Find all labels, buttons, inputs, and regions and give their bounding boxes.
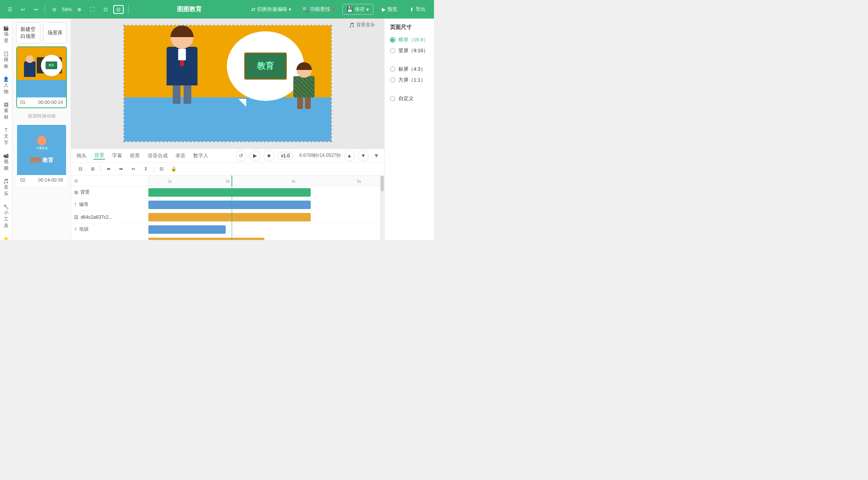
align-right-button[interactable]: ➡ bbox=[116, 164, 126, 174]
tab-lens[interactable]: 镜头 bbox=[76, 152, 87, 159]
export-button[interactable]: ⬆ 导出 bbox=[406, 4, 429, 14]
sidebar-item-template[interactable]: 📋 模板 bbox=[0, 48, 12, 73]
option-portrait[interactable]: 竖屏（9:16） bbox=[390, 47, 429, 54]
add-transition-button[interactable]: 添加转场动画 bbox=[16, 111, 67, 121]
track-img2 bbox=[148, 236, 380, 240]
save-button[interactable]: 💾 保存 ▾ bbox=[342, 4, 373, 15]
timeline-track[interactable]: 2s 3s 4s 5s 6s bbox=[148, 175, 380, 240]
sidebar-item-scene[interactable]: 🎬 场景 bbox=[0, 22, 12, 47]
zoom-out-button[interactable]: ⊖ bbox=[49, 5, 60, 14]
blackboard: 教育 bbox=[244, 53, 287, 80]
active-tool-button[interactable]: ⊟ bbox=[113, 5, 124, 14]
switch-mode-button[interactable]: ⇄ 切换快速编辑 ▾ bbox=[248, 4, 294, 14]
scene-library-button[interactable]: 场景库 bbox=[43, 22, 67, 43]
new-blank-scene-button[interactable]: 新建空白场景 bbox=[16, 22, 40, 43]
option-square[interactable]: 方屏（1:1） bbox=[390, 77, 429, 83]
distribute-v-button[interactable]: ⇕ bbox=[141, 164, 150, 174]
track-bg-block[interactable] bbox=[148, 188, 311, 197]
layer-guide-row[interactable]: T 辅导 bbox=[71, 199, 148, 211]
menu-icon: ☰ bbox=[8, 7, 12, 12]
ungroup-button[interactable]: ⊟ bbox=[157, 164, 166, 174]
reset-button[interactable]: ↺ bbox=[236, 150, 247, 161]
distribute-h-button[interactable]: ⇔ bbox=[129, 164, 138, 174]
time-display: 8.6769秒/14.0527秒 bbox=[300, 152, 341, 159]
sidebar-item-mine[interactable]: ⭐ 我的 bbox=[0, 233, 12, 240]
fit-button[interactable]: ⊡ bbox=[100, 5, 111, 14]
thumb1-bg: 辅导 教育 bbox=[17, 47, 66, 97]
divider-1 bbox=[45, 5, 45, 14]
tab-foreground[interactable]: 前景 bbox=[129, 152, 141, 159]
active-tool-icon: ⊟ bbox=[116, 7, 121, 12]
redo-icon: ↪ bbox=[34, 7, 38, 12]
tab-digital-human[interactable]: 数字人 bbox=[192, 152, 209, 159]
volume-up-icon[interactable]: ▲ bbox=[344, 150, 355, 161]
undo-button[interactable]: ↩ bbox=[18, 5, 28, 14]
video-icon: 📹 bbox=[2, 153, 10, 158]
lock-button[interactable]: 🔒 bbox=[169, 164, 179, 174]
tab-subtitle[interactable]: 字幕 bbox=[111, 152, 123, 159]
preview-button[interactable]: ▶ 预览 bbox=[378, 4, 401, 14]
timeline-vscrollbar[interactable] bbox=[380, 175, 384, 240]
scene-card-2[interactable]: 卡通角色 图图 教育 02 00:14-00:39 bbox=[16, 124, 67, 186]
speed-badge[interactable]: x1.0 bbox=[277, 152, 293, 160]
right-panel: 页面尺寸 横屏（16:9） 竖屏（9:16） 标屏（4:3） 方屏（1:1） bbox=[384, 19, 434, 240]
sidebar-item-text[interactable]: T 文字 bbox=[0, 124, 12, 149]
features-button[interactable]: 🔍 功能查找 bbox=[299, 4, 338, 14]
zoom-in-button[interactable]: ⊕ bbox=[74, 5, 85, 14]
group-tool-button[interactable]: ⊞ bbox=[88, 164, 97, 174]
tab-bg[interactable]: 背景 bbox=[94, 152, 105, 160]
scene-thumbnail-2: 卡通角色 图图 教育 bbox=[17, 125, 66, 175]
layer-img1-row[interactable]: 🖼 d64c2a637c2... bbox=[71, 211, 148, 223]
sidebar-item-material[interactable]: 🖼 素材 bbox=[0, 99, 12, 124]
menu-button[interactable]: ☰ bbox=[5, 5, 15, 14]
filter-tool-button[interactable]: ⊟ bbox=[76, 164, 85, 174]
play-button[interactable]: ▶ bbox=[250, 150, 260, 161]
thumb2-text: 图图 教育 bbox=[30, 157, 53, 164]
bg-music-button[interactable]: 🎵 背景音乐 bbox=[349, 22, 375, 28]
align-left-button[interactable]: ⬅ bbox=[104, 164, 113, 174]
music-note-icon: 🎵 bbox=[349, 22, 355, 28]
track-img2-block[interactable] bbox=[148, 238, 264, 240]
expand-button[interactable]: ▼ bbox=[373, 152, 380, 159]
fullscreen-button[interactable]: ⛶ bbox=[87, 5, 98, 14]
sidebar-item-tools[interactable]: 🔧 小工具 bbox=[0, 201, 12, 232]
fit-icon: ⊡ bbox=[104, 7, 108, 12]
group-icon: ⊞ bbox=[91, 166, 95, 172]
canvas-frame[interactable]: 教育 bbox=[123, 25, 332, 142]
layer-training-row[interactable]: T 培训 bbox=[71, 223, 148, 236]
guide-layer-icon: T bbox=[74, 203, 77, 207]
tab-voice-synthesis[interactable]: 语音合成 bbox=[147, 152, 168, 159]
scene-library-label: 场景库 bbox=[48, 30, 63, 36]
track-img1 bbox=[148, 211, 380, 223]
option-landscape[interactable]: 横屏（16:9） bbox=[390, 36, 429, 43]
toolbar-left: ☰ ↩ ↪ ⊖ 59% ⊕ ⛶ ⊡ ⊟ bbox=[5, 5, 124, 14]
vscrollbar-thumb bbox=[381, 176, 384, 191]
app-title: 图图教育 bbox=[133, 5, 245, 14]
option-custom[interactable]: 自定义 bbox=[390, 95, 429, 102]
radio-spacer-1 bbox=[390, 58, 429, 62]
track-img1-block[interactable] bbox=[148, 213, 311, 221]
scene-card-1[interactable]: 辅导 教育 01 00:00-00:14 bbox=[16, 46, 67, 108]
radio-custom bbox=[390, 96, 395, 101]
layer-bg-row[interactable]: ▦ 背景 bbox=[71, 186, 148, 199]
layer-img2-row[interactable]: 🖼 4f6a9ea69f71... bbox=[71, 236, 148, 240]
sidebar-character-label: 人物 bbox=[2, 82, 10, 95]
tl-label-header: ⊞ bbox=[71, 175, 148, 186]
sidebar-item-character[interactable]: 👤 人物 bbox=[0, 73, 12, 98]
landscape-label: 横屏（16:9） bbox=[398, 36, 428, 43]
radio-portrait bbox=[390, 48, 395, 53]
option-standard[interactable]: 标屏（4:3） bbox=[390, 66, 429, 73]
track-training-block[interactable] bbox=[148, 225, 226, 234]
scene-thumbnail-1: 辅导 教育 bbox=[17, 47, 66, 97]
track-guide-block[interactable] bbox=[148, 201, 311, 209]
guide-layer-label: 辅导 bbox=[79, 201, 89, 208]
redo-button[interactable]: ↪ bbox=[31, 5, 41, 14]
sidebar-item-music[interactable]: 🎵 音乐 bbox=[0, 175, 12, 200]
standard-label: 标屏（4:3） bbox=[398, 66, 425, 73]
canvas-wrapper: 🎵 背景音乐 bbox=[71, 19, 384, 148]
sidebar-item-video[interactable]: 📹 视频 bbox=[0, 150, 12, 175]
stop-button[interactable]: ■ bbox=[264, 150, 274, 161]
sidebar-music-label: 音乐 bbox=[2, 184, 10, 197]
tab-recording[interactable]: 录音 bbox=[175, 152, 186, 159]
volume-down-icon[interactable]: ▼ bbox=[358, 150, 369, 161]
